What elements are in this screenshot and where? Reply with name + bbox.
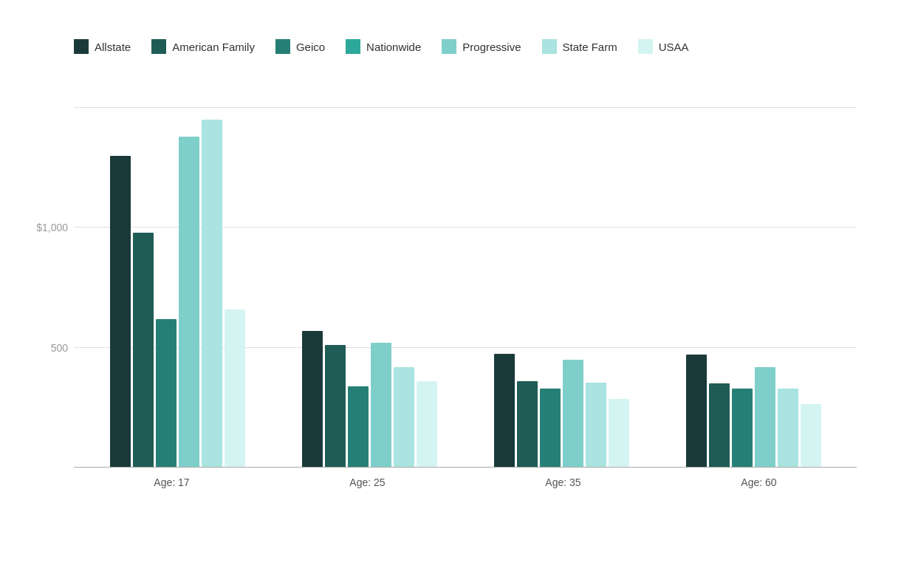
bar-american_family-3 xyxy=(709,383,730,468)
legend-label-usaa: USAA xyxy=(659,41,689,53)
x-label-1: Age: 25 xyxy=(270,468,465,497)
x-labels: Age: 17Age: 25Age: 35Age: 60 xyxy=(74,468,857,497)
bar-american_family-2 xyxy=(517,381,538,468)
legend-label-allstate: Allstate xyxy=(95,41,131,53)
bar-allstate-0 xyxy=(110,156,131,468)
legend-swatch-state_farm xyxy=(542,39,557,54)
y-label-500: 500 xyxy=(51,342,68,354)
legend-label-nationwide: Nationwide xyxy=(366,41,421,53)
bar-state_farm-0 xyxy=(202,120,222,468)
legend-item-state_farm: State Farm xyxy=(542,39,617,54)
legend-swatch-geico xyxy=(275,39,290,54)
bar-progressive-0 xyxy=(179,137,199,468)
legend-swatch-usaa xyxy=(638,39,653,54)
bar-geico-3 xyxy=(732,389,753,468)
y-label-1000: $1,000 xyxy=(36,222,68,233)
x-label-2: Age: 35 xyxy=(465,468,661,497)
bar-state_farm-2 xyxy=(586,383,606,468)
bar-usaa-2 xyxy=(609,399,629,468)
bar-allstate-1 xyxy=(302,331,323,468)
legend-item-progressive: Progressive xyxy=(442,39,521,54)
legend-label-state_farm: State Farm xyxy=(563,41,617,53)
chart-container: AllstateAmerican FamilyGeicoNationwidePr… xyxy=(15,17,886,571)
legend-label-progressive: Progressive xyxy=(462,41,521,53)
legend-item-geico: Geico xyxy=(275,39,325,54)
legend-item-usaa: USAA xyxy=(638,39,689,54)
bar-allstate-2 xyxy=(494,354,515,468)
legend-item-nationwide: Nationwide xyxy=(346,39,421,54)
legend-swatch-american_family xyxy=(151,39,166,54)
chart-legend: AllstateAmerican FamilyGeicoNationwidePr… xyxy=(74,39,857,54)
legend-item-allstate: Allstate xyxy=(74,39,131,54)
bar-progressive-1 xyxy=(371,343,391,468)
legend-swatch-nationwide xyxy=(346,39,360,54)
legend-item-american_family: American Family xyxy=(151,39,255,54)
legend-swatch-allstate xyxy=(74,39,89,54)
x-label-3: Age: 60 xyxy=(661,468,857,497)
legend-label-geico: Geico xyxy=(296,41,325,53)
bar-usaa-3 xyxy=(801,404,821,468)
bar-geico-2 xyxy=(540,389,561,468)
bar-usaa-1 xyxy=(417,381,437,468)
age-group-2 xyxy=(465,83,657,468)
bar-geico-0 xyxy=(156,319,177,468)
legend-label-american_family: American Family xyxy=(172,41,255,53)
age-group-3 xyxy=(657,83,849,468)
bar-allstate-3 xyxy=(686,355,707,468)
bars-section xyxy=(74,83,857,468)
bar-american_family-0 xyxy=(133,233,154,468)
chart-area: 500$1,000 Age: 17Age: 25Age: 35Age: 60 xyxy=(74,83,857,497)
bar-progressive-2 xyxy=(563,360,583,468)
bar-american_family-1 xyxy=(325,345,346,468)
bar-geico-1 xyxy=(348,386,369,468)
bar-progressive-3 xyxy=(755,367,775,468)
x-label-0: Age: 17 xyxy=(74,468,270,497)
age-group-0 xyxy=(81,83,273,468)
age-group-1 xyxy=(273,83,465,468)
legend-swatch-progressive xyxy=(442,39,456,54)
bar-state_farm-1 xyxy=(394,367,414,468)
bar-usaa-0 xyxy=(225,310,245,468)
bar-state_farm-3 xyxy=(778,389,798,468)
